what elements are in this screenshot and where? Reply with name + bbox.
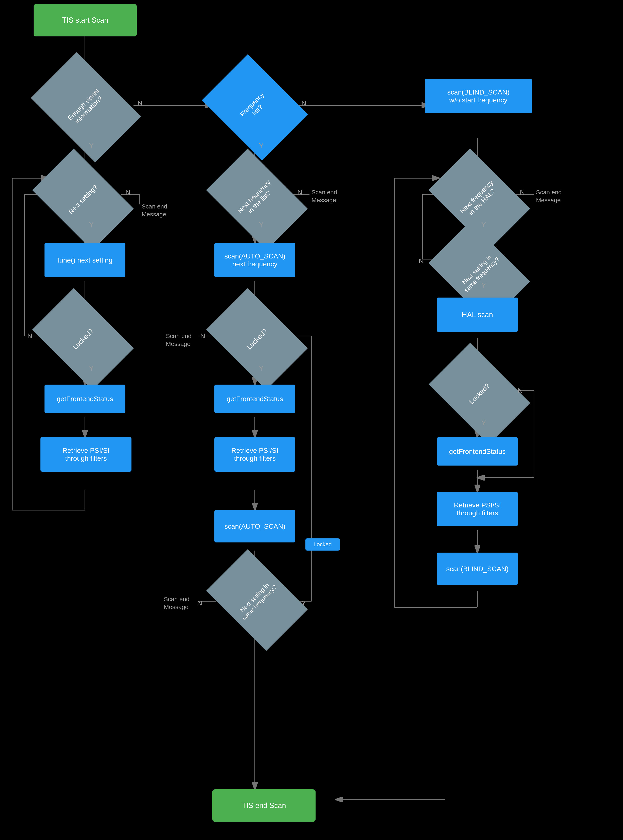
y-label-10: Y — [301, 599, 306, 607]
locked1-label: Locked? — [40, 310, 126, 368]
n-label-2: N — [301, 99, 307, 107]
scan-end-2: Scan endMessage — [312, 188, 337, 204]
get-frontend2-label: getFrontendStatus — [227, 395, 283, 403]
next-setting-diamond: Next setting? — [32, 149, 134, 250]
y-label-8: Y — [259, 364, 264, 372]
scan-blind2-label: scan(BLIND_SCAN) — [446, 565, 508, 573]
scan-end-1: Scan endMessage — [141, 202, 167, 218]
n-label-8: N — [200, 332, 205, 340]
locked2-diamond: Locked? — [206, 288, 308, 390]
y-label-1: Y — [89, 142, 94, 149]
get-frontend3-node: getFrontendStatus — [437, 437, 518, 466]
next-freq-hal-label: Next frequency in the HAL? — [437, 170, 522, 229]
get-frontend2-node: getFrontendStatus — [215, 385, 295, 413]
y-label-5: Y — [482, 221, 486, 229]
n-label-4: N — [297, 188, 302, 196]
n-label-1: N — [138, 99, 143, 107]
locked1-diamond: Locked? — [32, 288, 134, 390]
n-label-9: N — [518, 386, 523, 394]
get-frontend1-label: getFrontendStatus — [57, 395, 113, 403]
scan-auto2-label: scan(AUTO_SCAN) — [224, 522, 285, 530]
enough-signal-label: Enough signal information? — [40, 75, 132, 140]
n-label-10: N — [197, 599, 202, 607]
n-label-3: N — [126, 188, 130, 196]
locked2-label: Locked? — [215, 310, 299, 368]
end-label: TIS end Scan — [242, 802, 286, 810]
y-label-6: Y — [482, 282, 486, 289]
get-frontend3-label: getFrontendStatus — [449, 448, 506, 455]
frequency-list-label: Frequency list? — [212, 75, 297, 140]
next-setting-label: Next setting? — [40, 170, 126, 229]
get-frontend1-node: getFrontendStatus — [44, 385, 126, 413]
retrieve-psi3-node: Retrieve PSI/SI through filters — [437, 492, 518, 526]
hal-scan-label: HAL scan — [462, 311, 493, 319]
y-label-3: Y — [89, 221, 94, 229]
n-label-6: N — [419, 257, 424, 265]
locked-badge-label: Locked — [313, 541, 332, 548]
y-label-7: Y — [89, 364, 94, 372]
hal-scan-node: HAL scan — [437, 297, 518, 332]
tune-next-label: tune() next setting — [57, 256, 112, 264]
blind-scan-no-start-node: scan(BLIND_SCAN) w/o start frequency — [425, 79, 532, 113]
scan-auto-next-node: scan(AUTO_SCAN) next frequency — [215, 243, 295, 277]
locked-badge: Locked — [305, 538, 340, 551]
retrieve-psi2-node: Retrieve PSI/SI through filters — [215, 437, 295, 472]
tune-next-node: tune() next setting — [44, 243, 126, 277]
scan-end-5: Scan endMessage — [164, 595, 190, 611]
start-label: TIS start Scan — [62, 16, 108, 25]
blind-scan-no-start-label: scan(BLIND_SCAN) w/o start frequency — [447, 88, 509, 104]
start-node: TIS start Scan — [34, 4, 137, 37]
next-setting-same-freq-mid-diamond: Next setting in same frequency? — [206, 549, 308, 651]
scan-auto2-node: scan(AUTO_SCAN) — [215, 510, 295, 543]
scan-end-4: Scan endMessage — [166, 332, 192, 348]
scan-auto-next-label: scan(AUTO_SCAN) next frequency — [224, 252, 285, 268]
y-label-4: Y — [259, 221, 264, 229]
y-label-9: Y — [482, 419, 486, 427]
y-label-2: Y — [259, 142, 264, 149]
frequency-list-diamond: Frequency list? — [202, 54, 308, 160]
retrieve-psi1-label: Retrieve PSI/SI through filters — [63, 446, 109, 462]
retrieve-psi1-node: Retrieve PSI/SI through filters — [40, 437, 132, 472]
retrieve-psi2-label: Retrieve PSI/SI through filters — [232, 446, 278, 462]
next-freq-list-diamond: Next frequency in the list? — [206, 149, 308, 250]
n-label-7: N — [27, 332, 32, 340]
locked3-label: Locked? — [437, 364, 522, 423]
retrieve-psi3-label: Retrieve PSI/SI through filters — [454, 501, 501, 517]
next-setting-same-freq-mid-label: Next setting in same frequency? — [215, 571, 299, 629]
next-setting-same-freq-right-label: Next setting in same frequency? — [437, 243, 522, 302]
next-freq-list-label: Next frequency in the list? — [215, 170, 299, 229]
locked3-diamond: Locked? — [429, 343, 530, 445]
scan-end-3: Scan endMessage — [536, 188, 562, 204]
scan-blind2-node: scan(BLIND_SCAN) — [437, 552, 518, 585]
end-node: TIS end Scan — [212, 789, 316, 822]
n-label-5: N — [520, 188, 525, 196]
enough-signal-diamond: Enough signal information? — [31, 52, 141, 162]
